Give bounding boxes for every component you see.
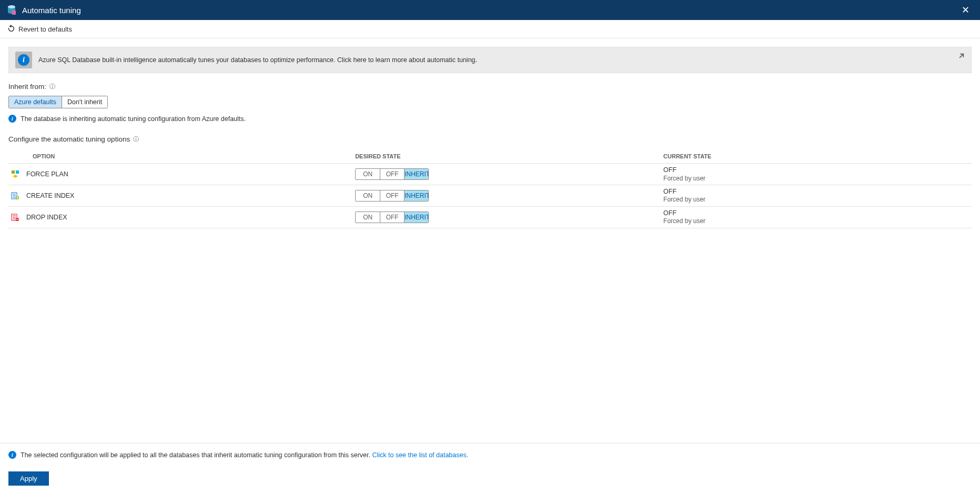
svg-rect-3: [12, 170, 15, 174]
current-state-value: OFF: [663, 166, 972, 174]
header-desired-state: DESIRED STATE: [355, 153, 663, 159]
desired-state-toggle: ON OFF INHERIT: [355, 190, 429, 202]
svg-rect-2: [12, 11, 16, 15]
desired-state-toggle: ON OFF INHERIT: [355, 212, 429, 223]
row-option-label: CREATE INDEX: [26, 192, 74, 199]
revert-label: Revert to defaults: [18, 25, 72, 33]
header-option: OPTION: [8, 153, 355, 159]
row-option-label: DROP INDEX: [26, 214, 67, 221]
current-state-sub: Forced by user: [663, 175, 972, 183]
toggle-on[interactable]: ON: [356, 190, 380, 201]
svg-point-1: [8, 5, 15, 8]
undo-icon: [7, 24, 15, 34]
database-icon: [6, 5, 17, 15]
content-area: i Azure SQL Database built-in intelligen…: [0, 38, 980, 237]
current-state-value: OFF: [663, 187, 972, 196]
blade-title: Automatic tuning: [22, 6, 81, 15]
force-plan-icon: [11, 169, 20, 179]
banner-text: Azure SQL Database built-in intelligence…: [38, 56, 477, 64]
inherit-option-azure-defaults[interactable]: Azure defaults: [9, 96, 62, 108]
inherit-from-label: Inherit from: ⓘ: [8, 83, 972, 90]
current-state-sub: Forced by user: [663, 217, 972, 226]
current-state-value: OFF: [663, 209, 972, 217]
inherit-status-message: i The database is inheriting automatic t…: [8, 115, 972, 123]
tuning-options-table: OPTION DESIRED STATE CURRENT STATE FORCE…: [8, 149, 972, 228]
toggle-off[interactable]: OFF: [380, 169, 404, 179]
close-button[interactable]: ✕: [957, 2, 974, 18]
row-option-label: FORCE PLAN: [26, 170, 68, 178]
svg-rect-4: [16, 170, 19, 174]
configure-options-label: Configure the automatic tuning options ⓘ: [8, 135, 972, 143]
drop-index-icon: [11, 213, 20, 222]
toolbar: Revert to defaults: [0, 20, 980, 38]
external-link-icon[interactable]: [957, 53, 965, 62]
table-row: FORCE PLAN ON OFF INHERIT OFF Forced by …: [8, 164, 972, 185]
help-icon[interactable]: ⓘ: [49, 83, 55, 90]
blade-header: Automatic tuning ✕: [0, 0, 980, 20]
info-icon: i: [15, 52, 32, 68]
inherit-option-dont-inherit[interactable]: Don't inherit: [62, 96, 107, 108]
revert-to-defaults-button[interactable]: Revert to defaults: [7, 24, 72, 34]
table-header: OPTION DESIRED STATE CURRENT STATE: [8, 149, 972, 164]
inherit-toggle-group: Azure defaults Don't inherit: [8, 96, 108, 108]
table-row: CREATE INDEX ON OFF INHERIT OFF Forced b…: [8, 185, 972, 207]
create-index-icon: [11, 191, 20, 200]
table-row: DROP INDEX ON OFF INHERIT OFF Forced by …: [8, 207, 972, 228]
header-current-state: CURRENT STATE: [663, 153, 972, 160]
toggle-inherit[interactable]: INHERIT: [404, 190, 428, 201]
toggle-off[interactable]: OFF: [380, 190, 404, 201]
toggle-inherit[interactable]: INHERIT: [404, 212, 428, 223]
toggle-on[interactable]: ON: [356, 212, 380, 223]
info-icon: i: [8, 115, 16, 123]
toggle-off[interactable]: OFF: [380, 212, 404, 223]
info-banner[interactable]: i Azure SQL Database built-in intelligen…: [8, 47, 972, 73]
desired-state-toggle: ON OFF INHERIT: [355, 168, 429, 180]
toggle-on[interactable]: ON: [356, 169, 380, 179]
toggle-inherit[interactable]: INHERIT: [404, 169, 428, 179]
current-state-sub: Forced by user: [663, 196, 972, 204]
help-icon[interactable]: ⓘ: [133, 135, 139, 143]
